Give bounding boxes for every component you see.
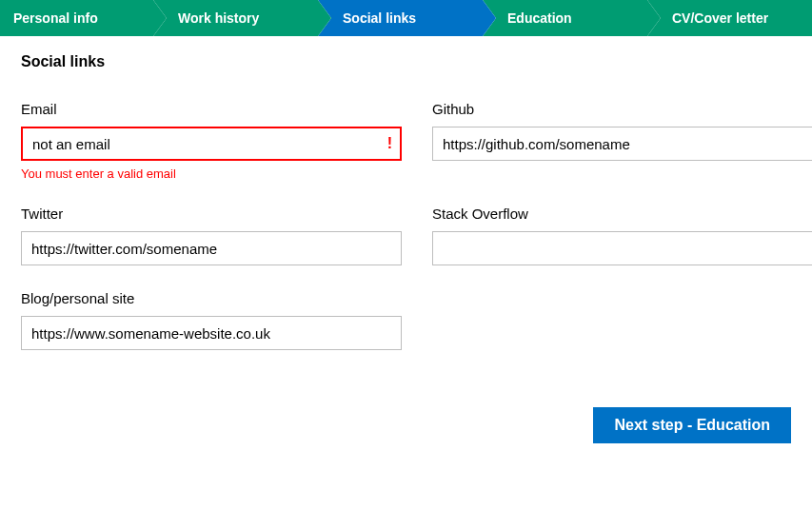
error-icon: ! [387, 135, 392, 152]
github-input[interactable] [432, 127, 812, 161]
stackoverflow-label: Stack Overflow [432, 206, 812, 222]
input-wrap: ! [21, 127, 402, 161]
step-label: Work history [178, 10, 259, 26]
twitter-input[interactable] [21, 231, 402, 265]
blog-input[interactable] [21, 316, 402, 350]
stepper: Personal info Work history Social links … [0, 0, 812, 36]
field-stackoverflow: Stack Overflow [432, 206, 812, 265]
email-input[interactable] [21, 127, 402, 161]
page-title: Social links [21, 53, 791, 70]
field-twitter: Twitter [21, 206, 402, 265]
step-label: Education [507, 10, 572, 26]
field-github: Github [432, 101, 812, 181]
actions: Next step - Education [21, 407, 791, 443]
step-education[interactable]: Education [483, 0, 647, 36]
input-wrap [432, 231, 812, 265]
blog-label: Blog/personal site [21, 290, 402, 306]
input-wrap [21, 316, 402, 350]
twitter-label: Twitter [21, 206, 402, 222]
stackoverflow-input[interactable] [432, 231, 812, 265]
page-content: Social links Email ! You must enter a va… [0, 36, 812, 460]
input-wrap [21, 231, 402, 265]
email-label: Email [21, 101, 402, 117]
step-label: Personal info [13, 10, 98, 26]
step-personal-info[interactable]: Personal info [0, 0, 153, 36]
step-label: CV/Cover letter [672, 10, 768, 26]
step-work-history[interactable]: Work history [153, 0, 318, 36]
email-error-message: You must enter a valid email [21, 167, 402, 181]
step-label: Social links [343, 10, 416, 26]
input-wrap [432, 127, 812, 161]
field-email: Email ! You must enter a valid email [21, 101, 402, 181]
step-social-links[interactable]: Social links [318, 0, 483, 36]
form-grid: Email ! You must enter a valid email Git… [21, 101, 791, 350]
next-step-button[interactable]: Next step - Education [593, 407, 791, 443]
step-cv-cover-letter[interactable]: CV/Cover letter [647, 0, 812, 36]
field-blog: Blog/personal site [21, 290, 402, 350]
github-label: Github [432, 101, 812, 117]
